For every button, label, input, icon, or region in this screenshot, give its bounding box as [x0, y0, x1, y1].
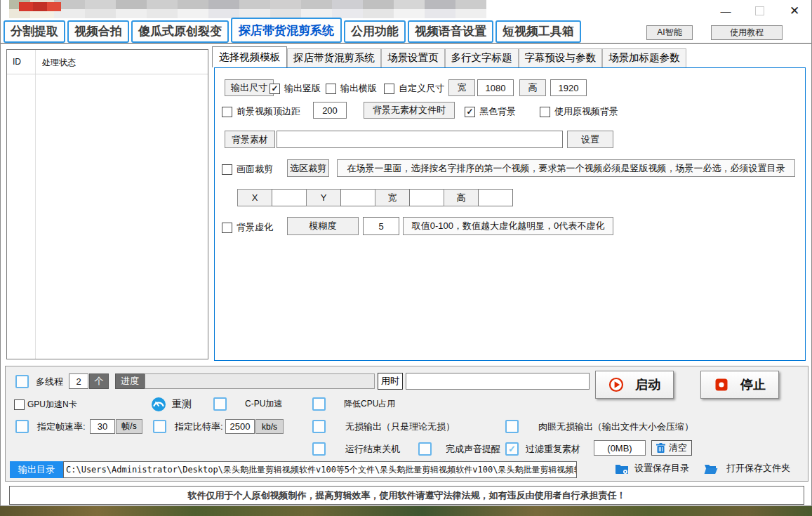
filter-dup-checkbox-row[interactable]: 过滤重复素材 — [505, 442, 580, 456]
custom-size-checkbox[interactable] — [384, 84, 394, 94]
tab-short-video-toolbox[interactable]: 短视频工具箱 — [495, 20, 581, 43]
blur-amount-input[interactable] — [363, 217, 399, 235]
bitrate-checkbox-row[interactable]: 指定比特率: — [153, 420, 223, 433]
multithread-checkbox-row[interactable]: 多线程 — [15, 375, 63, 388]
maximize-button[interactable] — [749, 3, 770, 18]
thread-unit-button[interactable]: 个 — [89, 373, 109, 389]
fps-checkbox-row[interactable]: 指定帧速率: — [15, 420, 86, 433]
fps-input[interactable] — [90, 419, 115, 434]
original-bg-label: 使用原视频背景 — [554, 105, 618, 118]
bg-settings-button[interactable]: 设置 — [567, 131, 613, 148]
tab-video-duet[interactable]: 视频合拍 — [67, 20, 129, 43]
tutorial-button[interactable]: 使用教程 — [711, 25, 783, 40]
width-label-button[interactable]: 宽 — [448, 79, 475, 96]
shutdown-checkbox-row[interactable]: 运行结束关机 — [312, 442, 400, 456]
mosaic-block — [394, 0, 425, 9]
ai-button[interactable]: AI智能 — [646, 25, 693, 40]
clear-button[interactable]: 清空 — [651, 440, 692, 456]
landscape-checkbox-row[interactable]: 输出横版 — [326, 82, 377, 95]
gpu-checkbox-row[interactable]: GPU加速N卡 — [14, 399, 77, 411]
subtab-scene-title-params[interactable]: 场景加标题参数 — [602, 48, 686, 67]
lossless-checkbox-row[interactable]: 无损输出（只是理论无损） — [312, 420, 455, 433]
blur-checkbox[interactable] — [222, 223, 232, 233]
bg-material-button[interactable]: 背景素材 — [225, 131, 275, 148]
top-margin-checkbox-row[interactable]: 前景视频顶边距 — [222, 105, 300, 118]
set-save-dir-label: 设置保存目录 — [634, 462, 689, 475]
cpu-accel-checkbox[interactable] — [213, 397, 227, 411]
visual-lossless-checkbox[interactable] — [505, 420, 519, 433]
task-list[interactable]: ID 处理状态 — [6, 49, 208, 359]
top-margin-checkbox[interactable] — [222, 107, 232, 117]
thread-count-input[interactable] — [69, 373, 88, 389]
tab-common-functions[interactable]: 公用功能 — [344, 20, 406, 43]
filter-size-input[interactable] — [594, 440, 646, 456]
crop-height-input[interactable] — [478, 189, 513, 206]
mosaic-block — [85, 9, 116, 18]
visual-lossless-checkbox-row[interactable]: 肉眼无损输出（输出文件大小会压缩） — [505, 420, 693, 433]
sound-alert-checkbox[interactable] — [418, 442, 432, 456]
redacted-logo-red — [19, 2, 61, 11]
multithread-label: 多线程 — [36, 376, 63, 388]
subtab-shop-mix[interactable]: 探店带货混剪系统 — [287, 48, 381, 67]
lower-cpu-checkbox-row[interactable]: 降低CPU占用 — [312, 397, 395, 411]
shutdown-checkbox[interactable] — [312, 442, 326, 456]
elapsed-input[interactable] — [406, 373, 590, 390]
crop-select-button[interactable]: 选区裁剪 — [287, 159, 329, 177]
sound-alert-checkbox-row[interactable]: 完成声音提醒 — [418, 442, 500, 456]
black-bg-checkbox[interactable] — [465, 107, 475, 117]
blur-amount-button[interactable]: 模糊度 — [287, 217, 359, 235]
black-bg-checkbox-row[interactable]: 黑色背景 — [465, 105, 516, 118]
crop-checkbox[interactable] — [222, 164, 232, 175]
height-input[interactable] — [550, 79, 587, 96]
minimize-button[interactable]: — — [715, 3, 736, 18]
close-button[interactable]: ✕ — [784, 3, 805, 18]
crop-y-input[interactable] — [340, 189, 375, 206]
subtab-scene-settings[interactable]: 场景设置页 — [381, 48, 445, 67]
tab-easy-original[interactable]: 傻瓜式原创裂变 — [131, 20, 229, 43]
crop-x-input[interactable] — [272, 189, 307, 206]
top-margin-input[interactable] — [313, 102, 347, 119]
stop-button[interactable]: 停止 — [700, 371, 779, 399]
lossless-checkbox[interactable] — [312, 420, 326, 433]
tab-shop-mix-system[interactable]: 探店带货混剪系统 — [231, 18, 342, 43]
portrait-checkbox[interactable] — [269, 84, 280, 94]
subtab-subtitle-presets[interactable]: 字幕预设与参数 — [519, 48, 603, 67]
title-bar[interactable]: — ✕ — [1, 0, 811, 21]
set-save-dir-button[interactable]: 设置保存目录 — [615, 462, 689, 475]
lower-cpu-checkbox[interactable] — [312, 397, 326, 411]
bitrate-input[interactable] — [225, 419, 255, 434]
crop-width-input[interactable] — [409, 189, 444, 206]
crop-checkbox-row[interactable]: 画面裁剪 — [222, 163, 273, 176]
subtab-select-template[interactable]: 选择视频模板 — [212, 46, 287, 67]
bitrate-checkbox[interactable] — [153, 420, 166, 433]
height-label-button[interactable]: 高 — [519, 79, 546, 96]
open-save-dir-button[interactable]: 打开保存文件夹 — [704, 462, 790, 475]
original-bg-checkbox[interactable] — [540, 107, 550, 117]
output-size-button[interactable]: 输出尺寸 — [225, 79, 274, 96]
maximize-icon — [755, 6, 764, 15]
portrait-checkbox-row[interactable]: 输出竖版 — [269, 82, 321, 95]
filter-dup-checkbox[interactable] — [505, 442, 519, 456]
filter-dup-label: 过滤重复素材 — [526, 443, 580, 456]
bitrate-label: 指定比特率: — [175, 421, 223, 433]
original-bg-checkbox-row[interactable]: 使用原视频背景 — [540, 105, 618, 118]
bg-fallback-button[interactable]: 背景无素材文件时 — [364, 102, 455, 119]
subtab-multiline-title[interactable]: 多行文字标题 — [445, 48, 519, 67]
cpu-accel-checkbox-row[interactable]: C-PU加速 — [213, 397, 282, 411]
tab-voice-settings[interactable]: 视频语音设置 — [408, 20, 493, 43]
bg-material-input[interactable] — [277, 131, 563, 148]
gpu-checkbox[interactable] — [14, 399, 25, 410]
output-dir-button[interactable]: 输出目录 — [10, 461, 63, 478]
landscape-checkbox[interactable] — [326, 84, 336, 94]
width-input[interactable] — [477, 79, 514, 96]
custom-size-checkbox-row[interactable]: 自定义尺寸 — [384, 82, 444, 95]
blur-checkbox-row[interactable]: 背景虚化 — [222, 221, 273, 234]
tab-split-extract[interactable]: 分割提取 — [4, 20, 65, 43]
fps-checkbox[interactable] — [15, 420, 29, 433]
mosaic-block — [116, 0, 147, 9]
control-panel: 多线程 个 进度 用时 启动 停止 GPU加速N卡 — [5, 366, 808, 482]
start-button[interactable]: 启动 — [595, 371, 674, 399]
retest-control[interactable]: 重测 — [151, 397, 192, 412]
output-path-box[interactable]: C:\Users\Administrator\Desktop\呆头鹅批量剪辑视频… — [63, 461, 577, 478]
multithread-checkbox[interactable] — [15, 375, 29, 388]
